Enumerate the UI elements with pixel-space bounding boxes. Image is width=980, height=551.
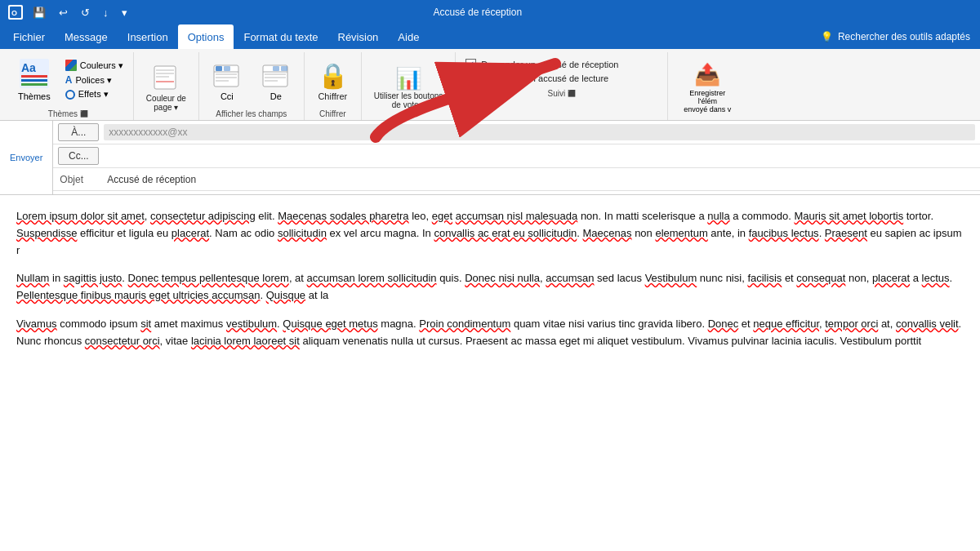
svg-rect-5: [21, 79, 47, 82]
polices-label: Polices ▾: [75, 75, 112, 86]
lock-icon: 🔒: [318, 61, 348, 90]
ribbon-group-auto: 📤 Enregistrer l'élémenvoyé dans v: [668, 52, 746, 120]
menu-insertion[interactable]: Insertion: [118, 24, 178, 49]
vote-label: Utiliser les boutonsde vote ▾: [374, 91, 443, 109]
to-input[interactable]: [104, 124, 975, 140]
svg-rect-25: [265, 80, 278, 82]
effets-label: Effets ▾: [78, 89, 109, 100]
app-wrapper: O 💾 ↩ ↺ ↓ ▾ Accusé de réception Fichier …: [0, 0, 980, 551]
svg-rect-23: [265, 73, 286, 75]
undo-button[interactable]: ↩: [56, 5, 71, 20]
menu-format[interactable]: Format du texte: [234, 24, 327, 49]
de-label: De: [270, 91, 282, 101]
de-button[interactable]: De: [255, 59, 297, 104]
bulb-icon: 💡: [821, 31, 833, 42]
themes-expand-icon[interactable]: ⬛: [80, 110, 88, 118]
outlook-icon: O: [8, 5, 23, 20]
themes-label: Thèmes: [18, 91, 51, 101]
chiffrer-button[interactable]: 🔒 Chiffrer: [312, 57, 354, 105]
vote-icon: 📊: [395, 66, 421, 91]
accuse-reception-row: Demander un accusé de réception: [466, 59, 618, 69]
svg-rect-15: [224, 66, 230, 71]
save-button[interactable]: 💾: [29, 5, 49, 20]
svg-rect-14: [216, 66, 222, 71]
subject-row: Objet: [53, 168, 980, 191]
suivi-group-label: Suivi ⬛: [466, 87, 657, 100]
page-color-button[interactable]: Couleur depage ▾: [140, 60, 192, 116]
body-paragraph-2: Nullam in sagittis justo. Donec tempus p…: [16, 270, 964, 304]
svg-text:Aa: Aa: [21, 61, 36, 74]
svg-rect-10: [156, 76, 169, 78]
title-bar: O 💾 ↩ ↺ ↓ ▾ Accusé de réception: [0, 0, 980, 24]
subject-label: Objet: [53, 171, 102, 188]
body-paragraph-1: Lorem ipsum dolor sit amet, consectetur …: [16, 208, 964, 259]
search-tools[interactable]: 💡 Rechercher des outils adaptés: [814, 24, 977, 49]
theme-sub-buttons: Couleurs ▾ A Polices ▾ Effets ▾: [62, 56, 127, 100]
ribbon-group-page-color: Couleur depage ▾: [134, 52, 199, 120]
send-label: Envoyer: [10, 153, 42, 162]
couleurs-button[interactable]: Couleurs ▾: [62, 59, 127, 72]
enregistrer-label: Enregistrer l'élémenvoyé dans v: [679, 89, 735, 113]
effets-button[interactable]: Effets ▾: [62, 88, 127, 100]
page-color-label: Couleur depage ▾: [146, 94, 186, 112]
svg-rect-18: [216, 80, 229, 82]
ribbon-group-themes: Aa Thèmes Couleurs ▾ A Polices ▾: [3, 52, 134, 120]
more-qat-button[interactable]: ▾: [118, 5, 131, 20]
svg-rect-17: [216, 77, 237, 78]
menu-fichier[interactable]: Fichier: [3, 24, 55, 49]
title-bar-left: O 💾 ↩ ↺ ↓ ▾: [8, 5, 131, 20]
enregistrer-button[interactable]: 📤 Enregistrer l'élémenvoyé dans v: [675, 59, 740, 117]
redo-button[interactable]: ↺: [78, 5, 93, 20]
accuse-lecture-label: Demander un accusé de lecture: [481, 73, 608, 83]
menu-options[interactable]: Options: [178, 24, 234, 49]
ribbon-group-chiffrer: 🔒 Chiffrer Chiffrer: [305, 52, 362, 120]
enregistrer-icon: 📤: [694, 62, 720, 87]
chiffrer-group-label: Chiffrer: [311, 107, 354, 120]
menu-aide[interactable]: Aide: [388, 24, 429, 49]
accuse-reception-label: Demander un accusé de réception: [481, 60, 618, 69]
cc-button[interactable]: Cc...: [58, 147, 99, 165]
svg-rect-11: [156, 81, 174, 82]
svg-rect-8: [156, 69, 174, 71]
svg-rect-4: [21, 75, 47, 78]
menu-revision[interactable]: Révision: [328, 24, 389, 49]
vote-button[interactable]: 📊 Utiliser les boutonsde vote ▾: [368, 62, 448, 113]
cci-button[interactable]: Cci: [206, 59, 248, 104]
down-arrow-button[interactable]: ↓: [100, 5, 112, 20]
ribbon-group-vote: 📊 Utiliser les boutonsde vote ▾: [362, 52, 456, 120]
accuse-lecture-checkbox[interactable]: [466, 73, 476, 83]
compose-fields: Envoyer À... Cc... Objet: [0, 121, 980, 194]
svg-rect-6: [21, 83, 47, 86]
fields-group-label: Afficher les champs: [206, 107, 297, 120]
couleurs-label: Couleurs ▾: [80, 60, 123, 71]
polices-button[interactable]: A Polices ▾: [62, 73, 127, 87]
menu-bar: Fichier Message Insertion Options Format…: [0, 24, 980, 49]
accuse-reception-checkbox[interactable]: [466, 59, 476, 69]
send-button[interactable]: Envoyer: [0, 121, 53, 194]
body-paragraph-3: Vivamus commodo ipsum sit amet maximus v…: [16, 316, 964, 350]
svg-text:O: O: [11, 9, 17, 17]
menu-message[interactable]: Message: [55, 24, 118, 49]
svg-rect-9: [156, 73, 174, 74]
ribbon-group-suivi: Demander un accusé de réception Demander…: [456, 52, 668, 120]
subject-input[interactable]: [102, 171, 980, 188]
cci-label: Cci: [220, 91, 234, 101]
ribbon: Aa Thèmes Couleurs ▾ A Polices ▾: [0, 49, 980, 121]
email-body[interactable]: Lorem ipsum dolor sit amet, consectetur …: [0, 195, 980, 375]
svg-rect-24: [265, 77, 286, 78]
cc-row: Cc...: [53, 144, 980, 168]
accuse-lecture-row: Demander un accusé de lecture: [466, 73, 618, 83]
search-tools-label: Rechercher des outils adaptés: [838, 31, 970, 42]
themes-button[interactable]: Aa Thèmes: [10, 56, 59, 104]
to-row: À...: [53, 121, 980, 144]
themes-group-label: Thèmes ⬛: [10, 107, 127, 120]
compose-area: Envoyer À... Cc... Objet: [0, 121, 980, 195]
svg-rect-21: [273, 66, 279, 71]
compose-rows: À... Cc... Objet: [53, 121, 980, 194]
to-button[interactable]: À...: [58, 123, 99, 141]
suivi-checkboxes: Demander un accusé de réception Demander…: [466, 56, 618, 87]
ribbon-group-fields: Cci De Afficher les: [199, 52, 305, 120]
suivi-expand-icon[interactable]: ⬛: [568, 90, 576, 97]
svg-rect-16: [216, 73, 237, 75]
cc-input[interactable]: [104, 148, 975, 164]
